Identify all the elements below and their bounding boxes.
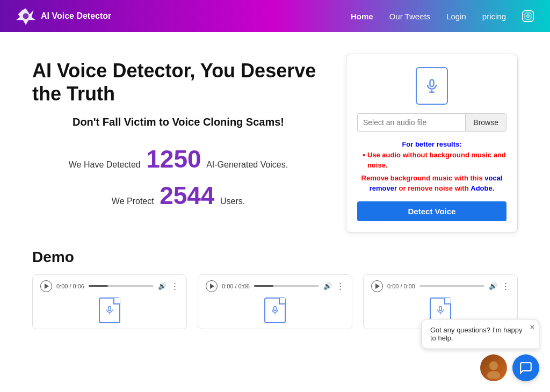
detect-button[interactable]: Detect Voice: [357, 201, 506, 221]
nav-tweets[interactable]: Our Tweets: [389, 12, 430, 21]
stat2-prefix: We Protect: [112, 197, 154, 206]
more-icon-3[interactable]: ⋮: [502, 281, 510, 291]
file-box-1: [99, 297, 120, 323]
audio-bar-1: 0:00 / 0:06 🔊 ⋮: [40, 280, 179, 292]
file-box-2: [264, 297, 286, 323]
browse-button[interactable]: Browse: [465, 113, 506, 132]
demo-file-icon-1: [40, 297, 179, 323]
stat1-suffix: AI-Generated Voices.: [206, 160, 288, 169]
logo-text: AI Voice Detector: [41, 11, 111, 21]
logo-area: AI Voice Detector: [16, 6, 351, 26]
upload-box: Browse For better results: Use audio wit…: [346, 54, 518, 233]
stat2-number: 2544: [160, 182, 214, 209]
progress-bg-3[interactable]: [419, 285, 484, 287]
demo-player-1: 0:00 / 0:06 🔊 ⋮: [32, 274, 187, 329]
svg-point-3: [527, 15, 530, 18]
mic-file-icon: [416, 67, 448, 105]
hero-subtitle: Don't Fall Victim to Voice Cloning Scams…: [32, 116, 324, 128]
audio-bar-2: 0:00 / 0:06 🔊 ⋮: [206, 280, 344, 292]
tips-box: For better results: Use audio without ba…: [357, 139, 506, 194]
nav-login[interactable]: Login: [446, 12, 466, 21]
instagram-icon[interactable]: [522, 10, 534, 22]
time-3: 0:00 / 0:00: [387, 283, 415, 289]
tips-title: For better results:: [357, 139, 506, 150]
svg-rect-12: [439, 306, 442, 310]
play-button-1[interactable]: [40, 280, 52, 292]
progress-bg-1[interactable]: [89, 285, 154, 287]
volume-icon-2[interactable]: 🔊: [323, 282, 332, 290]
stat1-line: We Have Detected 1250 AI-Generated Voice…: [32, 144, 324, 173]
logo-icon: [16, 6, 35, 26]
svg-rect-8: [108, 306, 111, 310]
play-triangle-icon-3: [375, 284, 380, 289]
svg-point-4: [530, 14, 530, 14]
demo-file-icon-2: [206, 297, 344, 323]
progress-fill-1: [89, 285, 108, 287]
main-container: AI Voice Detector, You Deserve the Truth…: [0, 32, 550, 249]
upload-icon-area: [357, 67, 506, 105]
more-icon-2[interactable]: ⋮: [336, 281, 344, 291]
tip2: Remove background music with this vocal …: [357, 173, 506, 194]
main-nav: Home Our Tweets Login pricing: [351, 10, 534, 22]
left-section: AI Voice Detector, You Deserve the Truth…: [32, 54, 324, 217]
volume-icon-3[interactable]: 🔊: [489, 282, 497, 290]
chat-widget: × Got any questions? I'm happy to help.: [421, 319, 539, 340]
play-triangle-icon: [45, 284, 49, 289]
file-input[interactable]: [357, 113, 465, 132]
volume-icon-1[interactable]: 🔊: [158, 282, 167, 290]
play-button-2[interactable]: [206, 280, 218, 292]
svg-point-1: [23, 13, 29, 19]
demo-title: Demo: [32, 249, 518, 266]
chat-close-button[interactable]: ×: [530, 323, 534, 331]
hero-title: AI Voice Detector, You Deserve the Truth: [32, 59, 324, 105]
svg-rect-10: [274, 306, 277, 310]
play-button-3[interactable]: [371, 280, 383, 292]
progress-bg-2[interactable]: [254, 285, 319, 287]
more-icon-1[interactable]: ⋮: [171, 281, 179, 291]
file-input-row: Browse: [357, 113, 506, 132]
tip1: Use audio without background music and n…: [363, 150, 506, 171]
time-1: 0:00 / 0:06: [56, 283, 84, 289]
stat2-line: We Protect 2544 Users.: [32, 181, 324, 210]
time-2: 0:00 / 0:06: [222, 283, 250, 289]
stat2-suffix: Users.: [220, 197, 245, 206]
svg-rect-5: [430, 79, 434, 86]
stat1-prefix: We Have Detected: [69, 160, 141, 169]
audio-bar-3: 0:00 / 0:00 🔊 ⋮: [371, 280, 510, 292]
chat-message: Got any questions? I'm happy to help.: [430, 326, 530, 340]
svg-rect-2: [525, 13, 531, 19]
play-triangle-icon-2: [210, 284, 214, 289]
nav-home[interactable]: Home: [351, 12, 373, 21]
stat1-number: 1250: [146, 145, 201, 173]
chat-bubble: × Got any questions? I'm happy to help.: [421, 319, 539, 340]
demo-player-2: 0:00 / 0:06 🔊 ⋮: [198, 274, 352, 329]
progress-fill-2: [254, 285, 273, 287]
nav-pricing[interactable]: pricing: [482, 12, 506, 21]
